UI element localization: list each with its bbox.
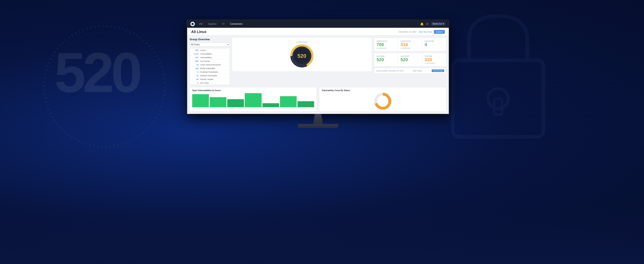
table-row: 525 Assets [190, 48, 230, 52]
stat-label: Vulnerabilities [200, 56, 212, 58]
report-template-select[interactable]: All Charts ▾ [190, 42, 230, 47]
lowest-score-cell: Lowest Score 310 2 YEARS AGO [398, 38, 422, 51]
table-row: 158 Easily Exploitable [190, 66, 230, 70]
left-panel: Group Overview All Charts ▾ 525 Assets 2 [190, 38, 230, 85]
table-row: 18 Active Internet Breaches [190, 63, 230, 66]
last-month-cell: Last Month 520 [398, 53, 422, 66]
bg-ring-decoration [34, 16, 175, 157]
date-range-label: Date Range: [413, 70, 422, 72]
dropdown-arrow-icon: ▾ [228, 44, 228, 46]
svg-point-0 [44, 26, 165, 147]
user-menu[interactable]: Demo Inc ▾ [431, 22, 446, 26]
stat-label: Popular Targets [200, 78, 213, 80]
section-title: Group Overview [190, 38, 230, 41]
stat-num: 2,173 [192, 53, 198, 55]
nav-appsec[interactable]: AppSec [207, 22, 217, 26]
logo-inner [191, 22, 194, 25]
stat-label: Assets [200, 49, 206, 51]
app-logo [190, 22, 195, 26]
last-month-value: 520 [400, 58, 420, 62]
navbar: VM AppSec VI Connectors 🔔 ⚙ Demo Inc ▾ [187, 20, 449, 28]
true-risk-cell: True Risk 320 3 Vulnerabilities [422, 53, 446, 66]
true-risk-value: 320 [425, 58, 444, 62]
group-info-bar: Group Created: November 28, 2019 Date Ra… [374, 68, 446, 74]
score-gauge: 520 [290, 44, 314, 68]
last-week-label: Last Week [376, 55, 396, 57]
bar-chart [192, 93, 314, 107]
bell-icon[interactable]: 🔔 [420, 22, 424, 26]
stats-table: 525 Assets 2,173 Vulnerabilities 307 Vul… [190, 48, 230, 85]
nav-vi[interactable]: VI [222, 22, 225, 26]
bar-1 [192, 94, 209, 107]
score-stats-row1: Highest Score 700 3 YEARS AGO Lowest Sco… [374, 38, 446, 51]
page-header: All Linux December 13, 2022 View Top Fix… [187, 28, 449, 36]
table-row: 10 Malware Exploitable [190, 74, 230, 78]
stat-num: 5 [192, 71, 198, 73]
right-panel: Highest Score 700 3 YEARS AGO Lowest Sco… [374, 38, 446, 85]
gauge-number: 520 [290, 44, 314, 68]
date-range-button[interactable]: Past 30 Days [432, 70, 444, 72]
bar-7 [298, 101, 314, 107]
view-top-fixes-button[interactable]: View Top Fixes [418, 31, 432, 33]
vuln-density-cell: Vuln Density 4 [422, 38, 446, 51]
table-row: 307 Vulnerabilities [190, 56, 230, 59]
bar-2 [210, 97, 226, 107]
donut-svg [374, 92, 392, 110]
lowest-score-label: Lowest Score [400, 40, 420, 42]
stat-num: 307 [192, 56, 198, 58]
table-row: 0 Zero Days [190, 81, 230, 84]
gear-icon[interactable]: ⚙ [426, 22, 429, 26]
bar-5 [262, 103, 279, 107]
nav-connectors[interactable]: Connectors [229, 22, 243, 26]
explore-button[interactable]: Explore [434, 30, 445, 34]
vuln-density-value: 4 [425, 42, 444, 47]
stat-num: 18 [192, 64, 198, 66]
highest-score-label: Highest Score [376, 40, 396, 42]
current-score-label: Current Score [296, 41, 308, 43]
lowest-score-sub: 2 YEARS AGO [400, 47, 420, 49]
open-vuln-chart-panel: Open Vulnerabilities by Score [190, 87, 317, 112]
true-risk-sub: 3 Vulnerabilities [425, 62, 444, 64]
stat-num: 68 [192, 78, 198, 80]
table-row: 890 Top Priority [190, 59, 230, 63]
score-stats-row2: Last Week 520 Last Month 520 True Risk 3… [374, 53, 446, 66]
monitor-screen: VM AppSec VI Connectors 🔔 ⚙ Demo Inc ▾ A… [187, 20, 449, 114]
monitor-stand [177, 114, 459, 128]
highest-score-sub: 3 YEARS AGO [376, 47, 396, 49]
vuln-count-chart-panel: Vulnerability Count By Status [319, 87, 446, 112]
last-month-label: Last Month [400, 55, 420, 57]
stat-num: 0 [192, 82, 198, 84]
stat-label: Easily Exploitable [200, 67, 215, 70]
true-risk-label: True Risk [425, 55, 444, 57]
vuln-density-label: Vuln Density [425, 40, 444, 42]
page-title: All Linux [191, 30, 206, 34]
page-header-actions: December 13, 2022 View Top Fixes Explore [399, 30, 445, 34]
table-row: 68 Popular Targets [190, 78, 230, 81]
open-vuln-chart-title: Open Vulnerabilities by Score [192, 89, 314, 92]
stat-label: Vulnerabilities [200, 53, 212, 55]
nav-vm[interactable]: VM [198, 22, 203, 26]
header-date: December 13, 2022 [399, 31, 416, 33]
vuln-count-chart-title: Vulnerability Count By Status [322, 89, 444, 92]
score-gauge-container: Current Score [232, 38, 372, 71]
stat-num: 890 [192, 60, 198, 62]
stat-label: Active Internet Breaches [200, 64, 221, 66]
bar-3 [227, 99, 244, 107]
stat-label: Zero Days [200, 82, 209, 84]
stat-label: Predicted Exploitable [200, 71, 218, 73]
page-header-top: All Linux December 13, 2022 View Top Fix… [191, 30, 445, 34]
monitor-base [298, 124, 338, 128]
main-content: All Linux December 13, 2022 View Top Fix… [187, 28, 449, 114]
content-area: Group Overview All Charts ▾ 525 Assets 2 [187, 36, 449, 87]
highest-score-cell: Highest Score 700 3 YEARS AGO [374, 38, 398, 51]
stat-num: 525 [192, 49, 198, 51]
svg-rect-4 [494, 98, 502, 115]
donut-chart [322, 93, 444, 109]
group-created-label: Group Created: November 28, 2019 [376, 70, 404, 72]
stat-num: 158 [192, 67, 198, 70]
last-week-value: 520 [376, 58, 396, 62]
charts-row: Open Vulnerabilities by Score [187, 87, 449, 114]
bar-4 [245, 93, 262, 107]
nav-right: 🔔 ⚙ Demo Inc ▾ [420, 22, 446, 26]
last-week-cell: Last Week 520 [374, 53, 398, 66]
